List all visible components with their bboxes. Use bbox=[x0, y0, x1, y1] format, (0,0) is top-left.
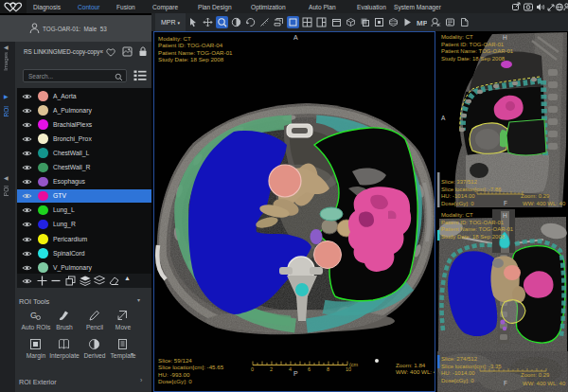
svg-text:MP: MP bbox=[417, 19, 427, 27]
svg-text:G: G bbox=[30, 311, 37, 320]
